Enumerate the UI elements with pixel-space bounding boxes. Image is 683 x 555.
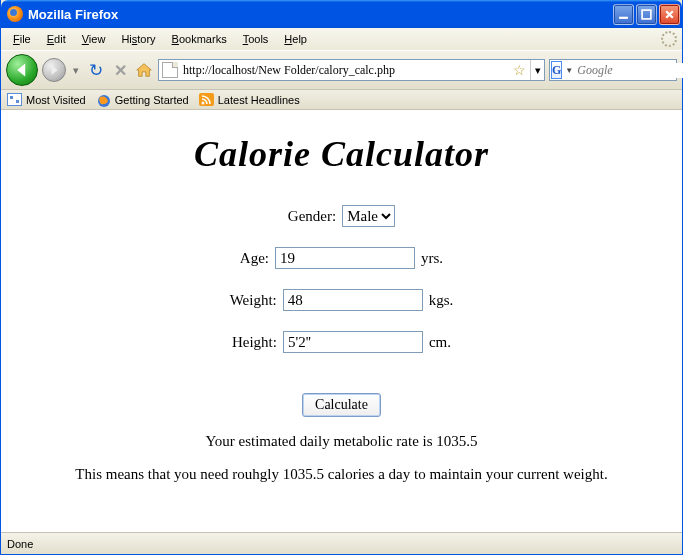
weight-unit: kgs. xyxy=(429,292,454,309)
bookmark-most-visited[interactable]: Most Visited xyxy=(7,93,86,106)
bookmarks-toolbar: Most Visited Getting Started Latest Head… xyxy=(1,90,682,110)
age-label: Age: xyxy=(240,250,269,267)
menu-edit[interactable]: Edit xyxy=(40,31,73,47)
nav-toolbar: ▾ ↻ ✕ ☆ ▾ G ▼ 🔍 xyxy=(1,50,682,90)
url-input[interactable] xyxy=(181,61,509,79)
search-engine-dropdown[interactable]: ▼ xyxy=(563,66,575,75)
bookmark-label: Getting Started xyxy=(115,94,189,106)
result-line-2: This means that you need rouhgly 1035.5 … xyxy=(11,466,672,483)
height-input[interactable] xyxy=(283,331,423,353)
getting-started-icon xyxy=(96,93,111,106)
gender-row: Gender: Male xyxy=(11,205,672,227)
menu-help[interactable]: Help xyxy=(277,31,314,47)
page-title: Calorie Calculator xyxy=(11,133,672,175)
bookmark-label: Latest Headlines xyxy=(218,94,300,106)
back-button[interactable] xyxy=(6,54,38,86)
titlebar: Mozilla Firefox xyxy=(1,0,682,28)
bookmark-getting-started[interactable]: Getting Started xyxy=(96,93,189,106)
menu-view[interactable]: View xyxy=(75,31,113,47)
firefox-icon xyxy=(7,6,23,22)
gender-label: Gender: xyxy=(288,208,336,225)
menu-file[interactable]: File xyxy=(6,31,38,47)
search-engine-icon[interactable]: G xyxy=(551,61,562,79)
result-line-1: Your estimated daily metabolic rate is 1… xyxy=(11,433,672,450)
bookmark-star-icon[interactable]: ☆ xyxy=(509,62,530,78)
svg-rect-0 xyxy=(619,16,628,18)
age-unit: yrs. xyxy=(421,250,443,267)
activity-throbber-icon xyxy=(661,31,677,47)
reload-button[interactable]: ↻ xyxy=(86,60,106,80)
weight-input[interactable] xyxy=(283,289,423,311)
minimize-button[interactable] xyxy=(613,4,634,25)
weight-row: Weight: kgs. xyxy=(11,289,672,311)
status-bar: Done xyxy=(1,532,682,554)
close-button[interactable] xyxy=(659,4,680,25)
search-input[interactable] xyxy=(575,63,683,78)
calculate-button[interactable]: Calculate xyxy=(302,393,381,417)
stop-button[interactable]: ✕ xyxy=(110,60,130,80)
most-visited-icon xyxy=(7,93,22,106)
url-dropdown[interactable]: ▾ xyxy=(530,60,544,80)
height-label: Height: xyxy=(232,334,277,351)
height-row: Height: cm. xyxy=(11,331,672,353)
url-bar: ☆ ▾ xyxy=(158,59,545,81)
height-unit: cm. xyxy=(429,334,451,351)
svg-point-3 xyxy=(202,101,205,104)
forward-button[interactable] xyxy=(42,58,66,82)
status-text: Done xyxy=(7,538,33,550)
maximize-button[interactable] xyxy=(636,4,657,25)
history-dropdown[interactable]: ▾ xyxy=(70,58,82,82)
svg-rect-1 xyxy=(642,10,651,19)
window-title: Mozilla Firefox xyxy=(28,7,613,22)
menu-bookmarks[interactable]: Bookmarks xyxy=(165,31,234,47)
age-row: Age: yrs. xyxy=(11,247,672,269)
menubar: File Edit View History Bookmarks Tools H… xyxy=(1,28,682,50)
search-bar: G ▼ 🔍 xyxy=(549,59,677,81)
browser-window: Mozilla Firefox File Edit View History B… xyxy=(0,0,683,555)
weight-label: Weight: xyxy=(230,292,277,309)
page-content: Calorie Calculator Gender: Male Age: yrs… xyxy=(1,110,682,532)
bookmark-label: Most Visited xyxy=(26,94,86,106)
menu-history[interactable]: History xyxy=(114,31,162,47)
menu-tools[interactable]: Tools xyxy=(236,31,276,47)
rss-icon xyxy=(199,93,214,106)
gender-select[interactable]: Male xyxy=(342,205,395,227)
bookmark-latest-headlines[interactable]: Latest Headlines xyxy=(199,93,300,106)
page-icon xyxy=(162,62,178,78)
home-button[interactable] xyxy=(134,60,154,80)
age-input[interactable] xyxy=(275,247,415,269)
